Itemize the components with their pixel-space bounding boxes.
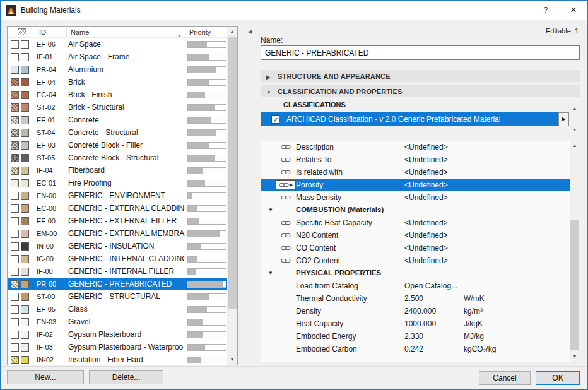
property-group-header[interactable]: ▼ PHYSICAL PROPERTIES [261,267,570,280]
surface-swatch [21,331,29,339]
section-structure-appearance[interactable]: ▶STRUCTURE AND APPEARANCE [261,69,580,82]
close-button[interactable]: ✕ [560,1,587,20]
table-row[interactable]: ST-04 Concrete - Structural [8,126,227,139]
property-value[interactable]: <Undefined> [404,155,448,164]
ok-button[interactable]: OK [536,371,580,385]
table-row[interactable]: IF-00 GENERIC - INTERNAL FILLER [8,265,227,278]
table-row[interactable]: IN-02 Insulation - Fiber Hard [8,353,227,365]
table-row[interactable]: PR-04 Aluminium [8,63,227,76]
table-row[interactable]: IF-03 Gypsum Plasterboard - Waterproo [8,341,227,353]
surface-swatch [21,141,29,150]
material-id: IC-00 [35,255,67,263]
table-row[interactable]: IF-02 Gypsum Plasterboard [8,328,227,341]
classifications-scrollbar[interactable]: ▲ ▼ [570,103,580,135]
priority-bar [187,357,226,363]
property-row[interactable]: ▶ Specific Heat Capacity <Undefined> [261,216,570,229]
property-value[interactable]: 2400.000 [404,307,436,316]
property-row[interactable]: ▶ CO Content <Undefined> [261,242,570,254]
surface-swatch [21,280,29,288]
material-id: PR-00 [35,280,67,288]
property-value[interactable]: 2.500 [404,294,423,303]
cancel-button[interactable]: Cancel [479,371,531,385]
collapse-arrow-icon[interactable]: ▼ [268,207,273,213]
delete-button[interactable]: Delete... [89,370,163,384]
property-value[interactable]: <Undefined> [404,193,448,202]
table-row[interactable]: EF-01 Concrete [8,114,227,126]
property-value[interactable]: <Undefined> [404,218,448,227]
material-name: Gravel [67,317,185,326]
table-row[interactable]: ST-00 GENERIC - STRUCTURAL [8,290,227,303]
table-row[interactable]: EF-05 Glass [8,303,227,316]
property-row[interactable]: ▶ N20 Content <Undefined> [261,229,570,242]
property-row[interactable]: ▶ Relates To <Undefined> [261,153,570,166]
table-row[interactable]: IN-00 GENERIC - INSULATION [8,240,227,252]
table-row[interactable]: IF-04 Fiberboard [8,164,227,177]
table-row[interactable]: IC-00 GENERIC - INTERNAL CLADDING [8,252,227,265]
scroll-down-icon[interactable]: ▼ [570,352,580,362]
scroll-down-icon[interactable]: ▼ [570,125,580,135]
scrollbar-thumb[interactable] [570,220,579,350]
table-row[interactable]: EN-00 GENERIC - ENVIRONMENT [8,189,227,202]
table-row[interactable]: PR-00 GENERIC - PREFABRICATED [8,278,227,290]
property-row[interactable]: ▶ Mass Density <Undefined> [261,191,570,204]
collapse-panel-icon[interactable]: ◀ [246,27,254,36]
classification-picker-button[interactable]: ▶ [558,112,569,126]
table-row[interactable]: ST-05 Concrete Block - Structural [8,151,227,164]
table-row[interactable]: EN-03 Gravel [8,316,227,328]
table-row[interactable]: EF-00 GENERIC - EXTERNAL FILLER [8,215,227,227]
property-value[interactable]: <Undefined> [404,256,448,265]
surface-swatch [21,53,29,61]
scroll-up-icon[interactable]: ▲ [570,103,580,114]
priority-bar [187,104,226,111]
priority-bar [187,142,226,149]
property-row[interactable]: ▶ Description <Undefined> [261,141,570,153]
table-row[interactable]: ST-02 Brick - Structural [8,101,227,114]
material-name: Fiberboard [67,166,185,175]
properties-scrollbar[interactable]: ▲ ▼ [570,141,580,362]
scroll-up-icon[interactable]: ▲ [570,141,580,151]
table-row[interactable]: EC-01 Fire Proofing [8,177,227,189]
scroll-down-icon[interactable]: ▼ [227,355,237,365]
property-row[interactable]: ▶ Heat Capacity 1000.000 J/kgK [261,317,570,330]
table-row[interactable]: EM-00 GENERIC - EXTERNAL MEMBRANE [8,227,227,240]
help-button[interactable]: ? [532,1,560,20]
table-row[interactable]: EC-00 GENERIC - EXTERNAL CLADDING [8,202,227,215]
property-value[interactable]: 2.330 [404,332,423,341]
column-header-id[interactable]: ID [35,27,67,38]
property-group-header[interactable]: ▼ COMBUSTION (Materials) [261,204,570,216]
material-name: GENERIC - EXTERNAL CLADDING [67,204,185,213]
classification-selected-row[interactable]: ✓ ARCHICAD Classification - v 2.0 Generi… [261,112,558,126]
property-value[interactable]: <Undefined> [404,180,448,189]
property-row[interactable]: ▶ Thermal Conductivity 2.500 W/mK [261,292,570,305]
section-classification-properties[interactable]: ▼CLASSIFICATION AND PROPERTIES [261,85,580,97]
table-row[interactable]: EC-04 Brick - Finish [8,88,227,101]
classification-checkbox[interactable]: ✓ [271,115,279,124]
property-row[interactable]: ▶ Porosity <Undefined> [261,179,570,191]
property-value[interactable]: <Undefined> [404,168,448,177]
property-value[interactable]: 0.242 [404,345,423,353]
property-row[interactable]: ▶ Load from Catalog Open Catalog... [261,280,570,292]
property-value[interactable]: Open Catalog... [404,281,457,290]
column-header-name[interactable]: Name▲ [67,27,185,38]
property-value[interactable]: <Undefined> [404,244,448,252]
name-input[interactable] [261,45,580,60]
property-value[interactable]: <Undefined> [404,231,448,240]
property-row[interactable]: ▶ Embodied Carbon 0.242 kgCO₂/kg [261,343,570,355]
property-row[interactable]: ▶ Is related with <Undefined> [261,166,570,179]
scrollbar-thumb[interactable] [228,37,237,309]
table-row[interactable]: EF-03 Concrete Block - Filler [8,139,227,151]
new-button[interactable]: New... [7,370,84,384]
materials-scrollbar[interactable]: ▲ ▼ [227,27,237,365]
scroll-up-icon[interactable]: ▲ [227,27,237,37]
table-row[interactable]: EF-06 Air Space [8,38,227,50]
column-header-priority[interactable]: Priority [185,27,227,38]
property-value[interactable]: 1000.000 [404,319,436,328]
column-header-fill[interactable] [8,27,35,38]
property-value[interactable]: <Undefined> [404,143,448,151]
table-row[interactable]: IF-01 Air Space - Frame [8,50,227,63]
property-row[interactable]: ▶ Density 2400.000 kg/m³ [261,305,570,317]
property-row[interactable]: ▶ Embodied Energy 2.330 MJ/kg [261,330,570,343]
collapse-arrow-icon[interactable]: ▼ [268,270,273,276]
table-row[interactable]: EF-04 Brick [8,76,227,88]
property-row[interactable]: ▶ CO2 Content <Undefined> [261,254,570,267]
